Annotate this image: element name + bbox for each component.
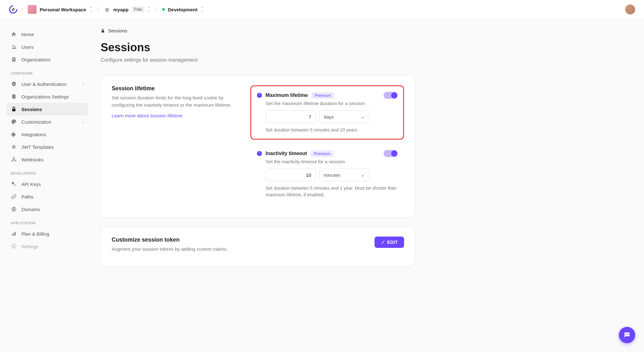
max-lifetime-value-input[interactable] [266,110,316,123]
setting-description: Set the maximum lifetime duration for a … [266,101,397,106]
top-header: / Personal Workspace ⌃⌄ / ▦ myapp Free ⌃… [0,0,644,19]
env-selector[interactable]: Development ⌃⌄ [162,7,204,12]
svg-rect-4 [12,57,16,62]
helper-text: Set duration between 5 minutes and 10 ye… [266,127,397,133]
inactivity-unit-select[interactable]: minutes ⌄ [319,169,369,181]
helper-text: Set duration between 5 minutes and 1 yea… [266,185,397,198]
chevron-down-icon: ⌄ [361,172,365,178]
sidebar-item-label: Organizations [21,57,51,62]
edit-button[interactable]: EDIT [375,237,404,248]
sidebar-item-users[interactable]: Users [6,41,88,53]
select-value: minutes [324,172,341,178]
workspace-name: Personal Workspace [40,7,86,12]
premium-badge: Premium [311,150,333,157]
user-avatar[interactable] [625,4,635,14]
env-name: Development [168,7,197,12]
layout-icon: ▦ [104,6,110,13]
sidebar-item-domains[interactable]: Domains [6,203,88,215]
button-label: EDIT [387,240,398,245]
inactivity-block: Inactivity timeout Premium Set the inact… [250,143,404,204]
svg-point-3 [14,46,15,47]
sidebar-item-customization[interactable]: Customization › [6,115,88,128]
sidebar-section-application: APPLICATION [6,215,88,227]
asterisk-icon [11,144,17,150]
chevron-right-icon: › [82,81,84,87]
building-icon [11,93,17,100]
svg-point-13 [13,157,15,159]
setting-title: Inactivity timeout [266,151,307,156]
pencil-icon [381,240,385,244]
sidebar-item-integrations[interactable]: Integrations [6,128,88,141]
sidebar-item-label: Domains [21,207,40,212]
workspace-avatar [28,5,36,14]
shield-icon [11,81,17,87]
sidebar-item-label: Integrations [21,132,46,137]
sidebar-item-settings[interactable]: Settings [6,240,88,253]
sidebar-item-home[interactable]: Home [6,28,88,41]
breadcrumb-separator: / [97,7,99,12]
sidebar-item-jwt[interactable]: JWT Templates [6,141,88,153]
chart-icon [11,231,17,237]
clock-icon [257,93,262,98]
status-dot-icon [162,8,165,11]
max-lifetime-block: Maximum lifetime Premium Set the maximum… [250,85,404,140]
svg-rect-18 [15,232,16,236]
svg-rect-10 [12,109,16,111]
webhook-icon [11,156,17,163]
workspace-selector[interactable]: Personal Workspace ⌃⌄ [28,5,92,14]
card-title: Customize session token [112,237,228,243]
session-lifetime-card: Session lifetime Set session duration li… [101,75,415,218]
sidebar-item-organizations[interactable]: Organizations [6,53,88,66]
chevron-updown-icon: ⌃⌄ [147,8,151,11]
breadcrumb-separator: / [156,7,157,12]
sidebar-item-user-auth[interactable]: User & Authentication › [6,78,88,90]
inactivity-toggle[interactable] [384,150,397,157]
key-icon [11,181,17,187]
chevron-updown-icon: ⌃⌄ [201,8,204,11]
sidebar-item-label: Home [21,32,34,37]
breadcrumb: / Personal Workspace ⌃⌄ / ▦ myapp Free ⌃… [21,5,625,14]
sidebar-item-label: Organizations Settings [21,94,69,99]
sidebar-item-sessions[interactable]: Sessions [6,103,88,115]
globe-icon [11,206,17,212]
breadcrumb-separator: / [21,7,23,12]
svg-rect-8 [14,59,15,60]
svg-rect-20 [102,31,104,32]
sidebar-item-paths[interactable]: Paths [6,190,88,203]
page-crumb-label: Sessions [108,28,127,33]
card-description: Set session duration limits for the long… [112,94,235,109]
sidebar-item-label: API Keys [21,182,41,187]
premium-badge: Premium [312,92,334,99]
app-logo [9,5,18,14]
sidebar-item-label: Users [21,44,34,50]
page-breadcrumb: Sessions [101,28,415,33]
sidebar-item-api-keys[interactable]: API Keys [6,178,88,190]
app-selector[interactable]: ▦ myapp Free ⌃⌄ [104,6,151,13]
sidebar-section-configure: CONFIGURE [6,66,88,78]
svg-rect-7 [13,59,14,60]
sidebar-item-org-settings[interactable]: Organizations Settings [6,90,88,103]
sidebar-item-label: Paths [21,194,33,199]
inactivity-value-input[interactable] [266,169,316,181]
svg-rect-6 [14,58,15,59]
card-description: Augment your session tokens by adding cu… [112,246,228,253]
lock-icon [11,106,17,112]
chevron-right-icon: › [82,119,84,125]
sidebar-item-label: Webhooks [21,157,44,162]
sidebar-item-plan-billing[interactable]: Plan & Billing [6,227,88,240]
sidebar: Home Users Organizations CONFIGURE User … [0,19,94,288]
sidebar-item-webhooks[interactable]: Webhooks [6,153,88,166]
max-lifetime-toggle[interactable] [384,92,397,99]
clock-icon [257,151,262,156]
svg-rect-9 [12,94,16,99]
link-icon [11,193,17,200]
svg-rect-17 [14,233,14,236]
svg-rect-5 [13,58,14,59]
max-lifetime-unit-select[interactable]: days ⌄ [319,110,369,123]
card-title: Session lifetime [112,85,235,92]
learn-more-link[interactable]: Learn more about session lifetime [112,113,182,118]
building-icon [11,56,17,63]
sidebar-item-label: Customization [21,119,51,125]
chevron-updown-icon: ⌃⌄ [89,8,92,11]
select-value: days [324,114,334,120]
